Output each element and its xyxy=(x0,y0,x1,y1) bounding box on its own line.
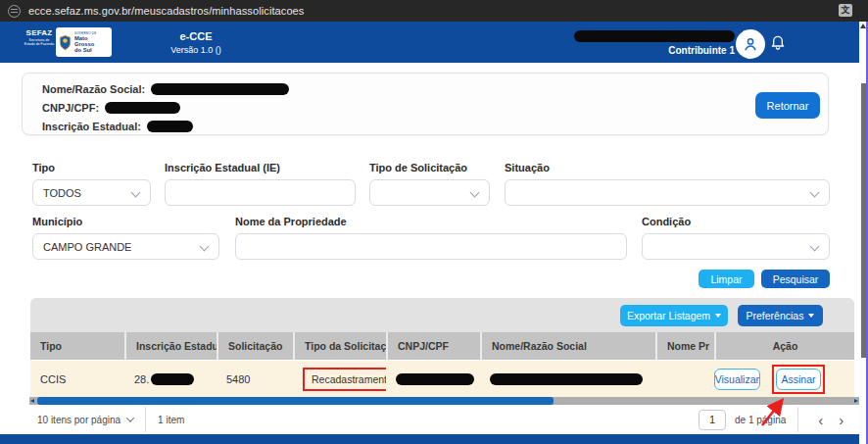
situacao-label: Situação xyxy=(505,162,830,173)
pagination-bar: 10 itens por página 1 item de 1 página ‹… xyxy=(0,405,859,434)
return-button[interactable]: Retornar xyxy=(755,92,820,119)
cell-solicitacao: 5480 xyxy=(217,361,293,397)
app-header: SEFAZ Secretaria de Estado de Fazenda GO… xyxy=(0,22,859,63)
cnpj-cpf-label: CNPJ/CPF: xyxy=(42,102,99,114)
items-per-page-select[interactable]: 10 itens por página xyxy=(37,415,121,425)
visualize-button[interactable]: Visualizar xyxy=(714,369,760,390)
redacted-value xyxy=(147,121,193,132)
tipo-label: Tipo xyxy=(32,162,151,173)
scroll-right-icon[interactable] xyxy=(854,399,858,403)
app-version: Versão 1.0 () xyxy=(147,45,245,55)
chevron-down-icon xyxy=(810,242,820,252)
page-number-input[interactable] xyxy=(699,410,726,430)
tipo-select[interactable]: TODOS xyxy=(32,179,151,206)
redacted-value xyxy=(151,373,194,385)
col-header-tipo-solicitacao: Tipo da Solicitação xyxy=(293,332,386,360)
divider xyxy=(145,407,146,432)
col-header-solicitacao: Solicitação xyxy=(217,332,293,360)
condicao-select[interactable] xyxy=(642,233,830,260)
chevron-down-icon xyxy=(470,188,480,198)
municipio-label: Município xyxy=(32,216,219,227)
caret-down-icon xyxy=(808,314,814,318)
table-row: CCIS 28. 5480 Recadastramento Visualizar… xyxy=(30,361,854,397)
avatar[interactable] xyxy=(736,29,765,59)
chevron-down-icon xyxy=(131,188,141,198)
table-toolbar: Exportar Listagem Preferências xyxy=(30,298,854,332)
nome-razao-label: Nome/Razão Social: xyxy=(42,83,145,95)
redacted-user-name xyxy=(574,30,735,42)
user-role-label: Contribuinte 1 xyxy=(574,45,735,56)
total-items-label: 1 item xyxy=(158,415,184,425)
cell-acao: Visualizar Assinar xyxy=(714,361,854,397)
col-header-nome-razao: Nome/Razão Social xyxy=(480,332,655,360)
municipio-select[interactable]: CAMPO GRANDE xyxy=(32,233,219,260)
translate-icon[interactable]: 文 xyxy=(839,4,852,17)
cell-tipo: CCIS xyxy=(30,361,124,397)
tipo-solicitacao-select[interactable] xyxy=(369,179,490,206)
redacted-value xyxy=(490,373,643,385)
chevron-down-icon xyxy=(126,414,134,421)
results-table: Exportar Listagem Preferências Tipo Insc… xyxy=(30,298,854,397)
col-header-acao: Ação xyxy=(714,332,854,360)
browser-address-bar[interactable]: ecce.sefaz.ms.gov.br/meuscadastros/minha… xyxy=(0,0,868,22)
annotation-red-box: Recadastramento xyxy=(303,368,386,391)
chevron-down-icon xyxy=(200,242,210,252)
nome-propriedade-label: Nome da Propriedade xyxy=(235,216,627,227)
clear-button[interactable]: Limpar xyxy=(699,270,754,288)
col-header-cnpj: CNPJ/CPF xyxy=(386,332,480,360)
divider xyxy=(797,407,798,432)
chevron-down-icon xyxy=(810,188,820,198)
footer-bar xyxy=(0,434,859,444)
notifications-bell-icon[interactable] xyxy=(770,34,786,52)
previous-page-button[interactable]: ‹ xyxy=(810,413,831,427)
municipio-select-value: CAMPO GRANDE xyxy=(43,241,131,253)
horizontal-scrollbar-thumb[interactable] xyxy=(37,397,554,405)
condicao-label: Condição xyxy=(642,216,830,227)
annotation-red-box: Assinar xyxy=(772,365,825,394)
col-header-inscricao: Inscrição Estadual xyxy=(124,332,217,360)
redacted-value xyxy=(105,102,180,114)
cell-nome-razao xyxy=(480,361,655,397)
site-info-icon[interactable] xyxy=(8,5,21,18)
person-icon xyxy=(742,35,759,53)
taxpayer-info-card: Nome/Razão Social: CNPJ/CPF: Inscrição E… xyxy=(22,73,829,135)
page-title: e-CCE xyxy=(147,30,245,42)
search-button[interactable]: Pesquisar xyxy=(761,270,830,288)
situacao-select[interactable] xyxy=(505,179,830,206)
scroll-left-icon[interactable] xyxy=(30,399,34,403)
nome-propriedade-input[interactable] xyxy=(235,233,627,260)
tipo-solicitacao-label: Tipo de Solicitação xyxy=(369,162,490,173)
ms-shield-icon xyxy=(59,34,72,51)
caret-down-icon xyxy=(715,314,721,318)
next-page-button[interactable]: › xyxy=(831,413,851,427)
redacted-value xyxy=(151,83,289,95)
url-text[interactable]: ecce.sefaz.ms.gov.br/meuscadastros/minha… xyxy=(28,5,304,17)
horizontal-scrollbar[interactable] xyxy=(29,397,859,405)
cell-tipo-solicitacao: Recadastramento xyxy=(293,361,386,397)
cell-inscricao: 28. xyxy=(124,361,217,397)
export-list-button[interactable]: Exportar Listagem xyxy=(620,305,728,326)
app-title-block: e-CCE Versão 1.0 () xyxy=(147,30,245,55)
ie-label: Inscrição Estadual (IE) xyxy=(165,162,356,173)
sefaz-logo: SEFAZ Secretaria de Estado de Fazenda xyxy=(24,28,55,46)
preferences-button[interactable]: Preferências xyxy=(738,305,823,326)
page-count-label: de 1 página xyxy=(735,415,786,425)
gov-ms-logo: GOVERNO DE Mato Grosso do Sul xyxy=(56,27,112,57)
sign-button[interactable]: Assinar xyxy=(776,369,821,390)
tipo-select-value: TODOS xyxy=(43,187,81,199)
cell-nome-propriedade xyxy=(655,361,714,397)
ie-input[interactable] xyxy=(165,179,356,206)
cell-cnpj xyxy=(386,361,480,397)
redacted-value xyxy=(396,373,474,385)
screen: ecce.sefaz.ms.gov.br/meuscadastros/minha… xyxy=(0,0,868,444)
table-header-row: Tipo Inscrição Estadual Solicitação Tipo… xyxy=(30,332,854,360)
col-header-tipo: Tipo xyxy=(30,332,124,360)
inscricao-estadual-label: Inscrição Estadual: xyxy=(42,121,141,132)
col-header-nome-propriedade: Nome Pr xyxy=(655,332,714,360)
